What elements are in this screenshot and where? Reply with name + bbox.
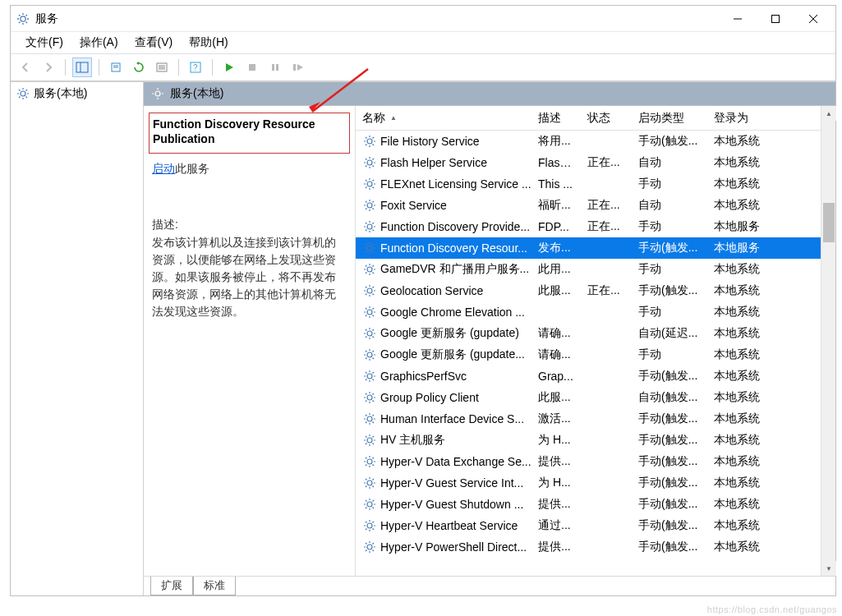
- tab-standard[interactable]: 标准: [193, 577, 236, 595]
- cell-desc: 此用...: [531, 260, 581, 278]
- refresh-button[interactable]: [129, 57, 149, 77]
- gear-icon: [150, 87, 165, 100]
- cell-status: [581, 310, 632, 314]
- restart-service-button[interactable]: [288, 57, 308, 77]
- svg-line-34: [26, 97, 28, 99]
- svg-line-101: [366, 265, 367, 267]
- cell-logon: 本地服务: [707, 239, 781, 257]
- gear-icon: [362, 433, 377, 448]
- cell-name: Human Interface Device S...: [356, 410, 531, 428]
- cell-name: Google 更新服务 (gupdate): [356, 324, 531, 342]
- menu-action[interactable]: 操作(A): [71, 32, 127, 53]
- service-row[interactable]: Hyper-V Data Exchange Se...提供...手动(触发...…: [356, 451, 821, 472]
- minimize-button[interactable]: [719, 7, 757, 31]
- service-row[interactable]: File History Service将用...手动(触发...本地系统: [356, 131, 821, 152]
- scroll-down-button[interactable]: ▼: [821, 561, 836, 576]
- window-controls: [719, 7, 832, 31]
- cell-startup: 手动: [632, 260, 707, 278]
- svg-line-56: [366, 159, 367, 160]
- service-name: Function Discovery Provide...: [380, 220, 530, 233]
- svg-line-210: [373, 529, 375, 531]
- col-desc[interactable]: 描述: [531, 108, 581, 129]
- maximize-button[interactable]: [757, 7, 794, 31]
- cell-logon: 本地系统: [707, 388, 781, 407]
- menu-help[interactable]: 帮助(H): [181, 32, 236, 53]
- cell-startup: 手动(触发...: [632, 474, 707, 492]
- service-row[interactable]: GraphicsPerfSvcGrap...手动(触发...本地系统: [356, 365, 821, 387]
- scroll-up-button[interactable]: ▲: [821, 106, 836, 121]
- gear-icon: [362, 476, 377, 490]
- service-row[interactable]: Flash Helper ServiceFlash...正在...自动本地系统: [356, 152, 821, 173]
- service-row[interactable]: Group Policy Client此服...自动(触发...本地系统: [356, 387, 821, 408]
- service-row[interactable]: Function Discovery Provide...FDP...正在...…: [356, 216, 821, 237]
- stop-service-button[interactable]: [242, 57, 262, 77]
- cell-name: Hyper-V Guest Shutdown ...: [356, 495, 531, 513]
- cell-name: Geolocation Service: [356, 282, 531, 300]
- close-button[interactable]: [794, 7, 832, 31]
- svg-line-128: [366, 329, 367, 331]
- cell-logon: 本地系统: [707, 282, 781, 300]
- svg-line-6: [26, 21, 28, 23]
- cell-desc: 发布...: [531, 239, 581, 257]
- service-row[interactable]: Hyper-V PowerShell Direct...提供...手动(触发..…: [356, 536, 821, 558]
- col-name[interactable]: 名称▲: [356, 108, 531, 129]
- service-row[interactable]: GameDVR 和广播用户服务...此用...手动本地系统: [356, 259, 821, 280]
- svg-line-164: [366, 415, 367, 416]
- menu-view[interactable]: 查看(V): [127, 32, 182, 53]
- menu-file[interactable]: 文件(F): [17, 32, 71, 53]
- nav-label: 服务(本地): [34, 86, 87, 101]
- service-row[interactable]: Function Discovery Resour...发布...手动(触发..…: [356, 237, 821, 259]
- col-startup[interactable]: 启动类型: [632, 108, 707, 129]
- service-name: Human Interface Device S...: [380, 412, 524, 425]
- tab-extended[interactable]: 扩展: [150, 577, 193, 595]
- back-button[interactable]: [16, 57, 35, 77]
- cell-logon: 本地系统: [707, 196, 781, 214]
- service-name: Hyper-V Guest Shutdown ...: [380, 498, 523, 511]
- service-row[interactable]: Hyper-V Guest Service Int...为 H...手动(触发.…: [356, 472, 821, 494]
- start-service-button[interactable]: [219, 57, 239, 77]
- col-logon[interactable]: 登录为: [707, 108, 781, 129]
- cell-status: [581, 481, 632, 485]
- cell-logon: 本地系统: [707, 517, 781, 535]
- forward-button[interactable]: [39, 57, 58, 77]
- cell-logon: 本地系统: [707, 474, 781, 492]
- service-row[interactable]: Google 更新服务 (gupdate...请确...手动本地系统: [356, 344, 821, 365]
- scroll-thumb[interactable]: [823, 203, 835, 242]
- gear-icon: [362, 262, 377, 277]
- gear-icon: [362, 369, 377, 384]
- cell-status: 正在...: [581, 282, 632, 300]
- nav-local-services[interactable]: 服务(本地): [11, 84, 143, 103]
- service-row[interactable]: Hyper-V Heartbeat Service通过...手动(触发...本地…: [356, 515, 821, 536]
- svg-line-36: [26, 90, 28, 91]
- content-pane: 服务(本地) Function Discovery Resource Publi…: [144, 82, 835, 595]
- watermark: https://blog.csdn.net/guangos: [707, 605, 837, 614]
- col-status[interactable]: 状态: [581, 108, 632, 129]
- svg-line-68: [373, 180, 375, 182]
- svg-line-104: [373, 265, 375, 267]
- service-row[interactable]: Geolocation Service此服...正在...手动(触发...本地系…: [356, 280, 821, 301]
- help-button[interactable]: ?: [186, 57, 205, 77]
- cell-desc: 为 H...: [531, 431, 581, 449]
- service-row[interactable]: Human Interface Device S...激活...手动(触发...…: [356, 408, 821, 430]
- svg-line-121: [366, 315, 367, 317]
- service-row[interactable]: FLEXnet Licensing Service ...This ...手动本…: [356, 173, 821, 195]
- service-row[interactable]: HV 主机服务为 H...手动(触发...本地系统: [356, 430, 821, 451]
- pause-service-button[interactable]: [265, 57, 285, 77]
- svg-line-212: [373, 522, 375, 523]
- properties-button[interactable]: [152, 57, 172, 77]
- svg-line-202: [366, 508, 367, 509]
- cell-startup: 自动: [632, 154, 707, 172]
- service-row[interactable]: Google 更新服务 (gupdate)请确...自动(延迟...本地系统: [356, 323, 821, 344]
- service-row[interactable]: Hyper-V Guest Shutdown ...提供...手动(触发...本…: [356, 494, 821, 515]
- show-hide-console-button[interactable]: [72, 57, 92, 77]
- svg-rect-10: [772, 15, 780, 22]
- service-row[interactable]: Google Chrome Elevation ...手动本地系统: [356, 301, 821, 323]
- service-name: HV 主机服务: [380, 433, 445, 448]
- svg-line-65: [366, 180, 367, 182]
- vertical-scrollbar[interactable]: ▲ ▼: [821, 106, 835, 576]
- svg-point-132: [367, 352, 372, 357]
- export-button[interactable]: [106, 57, 126, 77]
- service-row[interactable]: Foxit Service福昕...正在...自动本地系统: [356, 195, 821, 216]
- svg-line-131: [373, 329, 375, 331]
- start-service-link[interactable]: 启动: [152, 162, 175, 175]
